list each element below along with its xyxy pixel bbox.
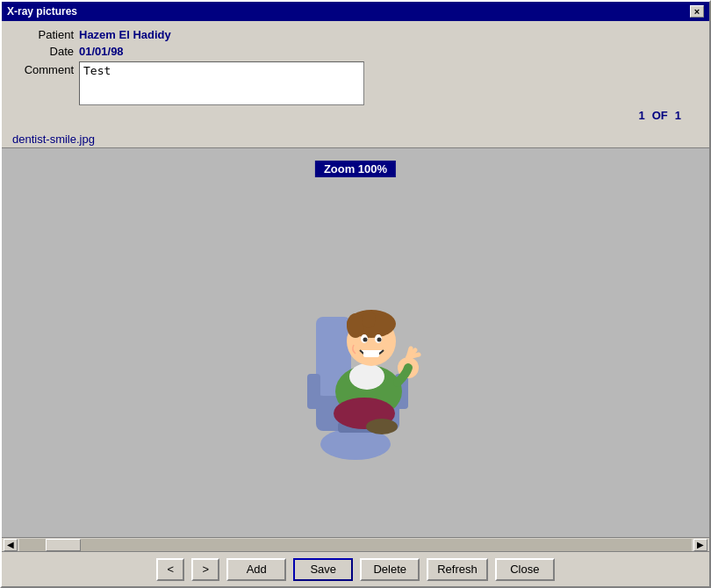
svg-point-18 [377, 337, 382, 341]
main-window: X-ray pictures × Patient Hazem El Hadidy… [0, 0, 711, 588]
next-button[interactable]: > [191, 558, 219, 581]
comment-row: Comment Test [12, 61, 699, 105]
xray-image [268, 220, 443, 466]
title-bar: X-ray pictures × [2, 2, 709, 21]
svg-point-10 [366, 419, 398, 434]
save-button[interactable]: Save [293, 558, 353, 581]
form-section: Patient Hazem El Hadidy Date 01/01/98 Co… [2, 21, 709, 131]
scroll-left-button[interactable]: ◀ [4, 539, 18, 551]
delete-button[interactable]: Delete [360, 558, 420, 581]
date-row: Date 01/01/98 [12, 45, 699, 58]
patient-value: Hazem El Hadidy [79, 28, 171, 41]
comment-label: Comment [12, 61, 74, 76]
patient-row: Patient Hazem El Hadidy [12, 28, 699, 41]
pagination-of: OF [652, 109, 668, 122]
scroll-right-button[interactable]: ▶ [693, 539, 707, 551]
comment-textarea[interactable]: Test [79, 61, 364, 105]
scroll-track [19, 539, 692, 551]
window-close-button[interactable]: × [690, 5, 704, 18]
patient-label: Patient [12, 28, 74, 41]
pagination-current: 1 [638, 109, 644, 122]
prev-button[interactable]: < [156, 558, 184, 581]
horizontal-scrollbar[interactable]: ◀ ▶ [2, 537, 709, 551]
add-button[interactable]: Add [226, 558, 286, 581]
svg-point-8 [349, 363, 384, 390]
refresh-button[interactable]: Refresh [427, 558, 488, 581]
svg-rect-4 [307, 374, 320, 409]
scroll-thumb[interactable] [46, 539, 81, 551]
zoom-badge: Zoom 100% [315, 161, 396, 177]
date-label: Date [12, 45, 74, 58]
svg-point-14 [362, 311, 376, 328]
pagination-row: 1 OF 1 [12, 109, 699, 122]
filename-bar: dentist-smile.jpg [2, 131, 709, 148]
pagination-total: 1 [675, 109, 681, 122]
filename-text: dentist-smile.jpg [12, 133, 95, 146]
svg-rect-19 [363, 350, 379, 357]
window-title: X-ray pictures [7, 5, 77, 18]
close-button[interactable]: Close [495, 558, 555, 581]
svg-line-23 [408, 355, 419, 357]
svg-point-17 [363, 337, 368, 341]
svg-point-13 [347, 313, 364, 338]
date-value: 01/01/98 [79, 45, 124, 58]
button-bar: < > Add Save Delete Refresh Close [2, 551, 709, 586]
image-area: Zoom 100% [2, 148, 709, 537]
